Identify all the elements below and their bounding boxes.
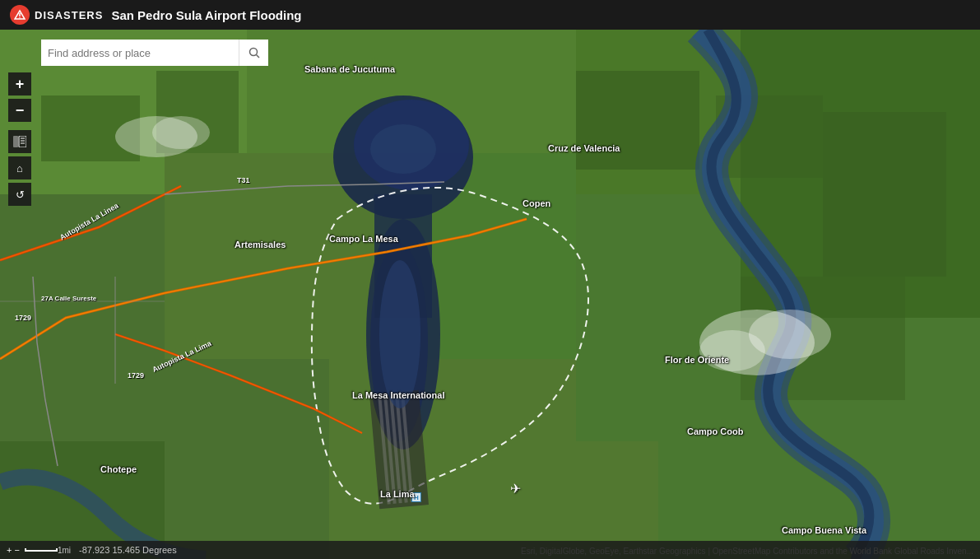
scale-label: 1mi — [58, 546, 71, 555]
search-input[interactable] — [41, 40, 239, 66]
coords-display: -87.923 15.465 Degrees — [79, 545, 177, 555]
app-header: DISASTERS San Pedro Sula Airport Floodin… — [0, 0, 980, 30]
svg-text:H: H — [414, 494, 419, 501]
airplane-icon: ✈ — [510, 481, 521, 496]
svg-point-37 — [370, 124, 436, 174]
svg-rect-7 — [0, 194, 165, 359]
search-container — [41, 40, 268, 66]
zoom-controls-inline: + − — [7, 545, 20, 555]
svg-rect-16 — [576, 71, 699, 170]
svg-rect-45 — [19, 136, 26, 147]
svg-rect-13 — [576, 194, 741, 441]
scale-bar-line — [25, 548, 58, 552]
svg-point-38 — [379, 260, 420, 408]
svg-point-2 — [19, 17, 20, 18]
map-background: H — [0, 30, 980, 559]
svg-point-36 — [699, 330, 765, 371]
sidebar-toggle-button[interactable] — [8, 130, 31, 153]
rotate-button[interactable]: ↺ — [8, 183, 31, 206]
map-container[interactable]: H Sabana de Jucutuma Cruz de Valencia Co… — [0, 30, 980, 559]
home-button[interactable]: ⌂ — [8, 156, 31, 179]
bottom-bar: + − 1mi -87.923 15.465 Degrees — [0, 541, 980, 559]
zoom-out-button[interactable]: − — [8, 99, 31, 122]
svg-point-42 — [249, 49, 257, 56]
map-controls: + − — [8, 72, 31, 123]
svg-rect-18 — [823, 112, 946, 277]
svg-line-43 — [256, 55, 259, 58]
page-title: San Pedro Sula Airport Flooding — [111, 8, 301, 22]
search-button[interactable] — [239, 40, 268, 66]
svg-rect-44 — [13, 136, 18, 147]
map-extra-controls: ⌂ ↺ — [8, 130, 31, 207]
zoom-in-button[interactable]: + — [8, 72, 31, 95]
disaster-icon — [10, 5, 30, 25]
svg-point-33 — [152, 116, 210, 149]
app-name-label: DISASTERS — [35, 9, 103, 21]
